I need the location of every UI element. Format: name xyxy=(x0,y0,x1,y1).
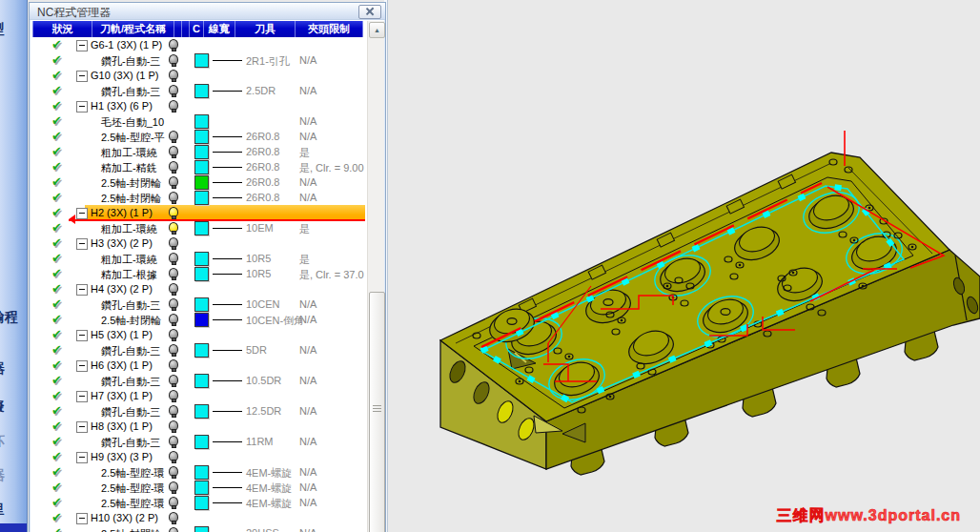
tree-row-operation[interactable]: ✔2.5軸-型腔-環4EM-螺旋N/A xyxy=(32,464,365,480)
visibility-bulb-icon[interactable] xyxy=(169,420,178,431)
visibility-bulb-icon[interactable] xyxy=(169,314,178,324)
visibility-bulb-icon[interactable] xyxy=(169,70,178,80)
tree-row-operation[interactable]: ✔2.5軸-封閉輪26R0.8N/A xyxy=(32,190,365,205)
toolpath-color-swatch[interactable] xyxy=(194,145,209,159)
collapse-toggle[interactable] xyxy=(76,391,88,402)
tree-row-group[interactable]: ✔H9 (3X) (3 P) xyxy=(32,449,365,464)
tree-row-group[interactable]: ✔H10 (3X) (2 P) xyxy=(32,510,365,525)
operation-name[interactable]: H8 (3X) (1 P) xyxy=(91,420,153,432)
collapse-toggle[interactable] xyxy=(76,101,88,113)
operation-name[interactable]: 粗加工-環繞 xyxy=(101,222,157,236)
visibility-bulb-icon[interactable] xyxy=(169,146,178,156)
toolpath-color-swatch[interactable] xyxy=(194,84,209,98)
visibility-bulb-icon[interactable] xyxy=(169,466,178,477)
tree-row-operation[interactable]: ✔鑽孔-自動-三11RMN/A xyxy=(32,434,365,449)
toolpath-color-swatch[interactable] xyxy=(194,481,209,495)
left-toolbar-item[interactable]: 型 xyxy=(0,21,5,38)
tree-row-operation[interactable]: ✔2.5軸-型腔-平26R0.8N/A xyxy=(32,129,365,144)
visibility-bulb-icon[interactable] xyxy=(169,207,178,217)
operation-name[interactable]: H5 (3X) (1 P) xyxy=(91,329,153,340)
tree-row-operation[interactable]: ✔鑽孔-自動-三2.5DRN/A xyxy=(32,83,365,98)
toolpath-color-swatch[interactable] xyxy=(194,252,209,266)
visibility-bulb-icon[interactable] xyxy=(169,222,178,233)
toolpath-color-swatch[interactable] xyxy=(194,313,209,327)
operation-name[interactable]: 2.5軸-封閉輪 xyxy=(101,192,161,206)
toolpath-color-swatch[interactable] xyxy=(194,267,209,281)
toolpath-color-swatch[interactable] xyxy=(194,53,209,68)
visibility-bulb-icon[interactable] xyxy=(169,390,178,400)
left-toolbar-item[interactable]: 器 xyxy=(0,360,5,378)
tree-row-group[interactable]: ✔H6 (3X) (1 P) xyxy=(32,358,365,373)
visibility-bulb-icon[interactable] xyxy=(169,283,178,294)
operation-name[interactable]: 2.5軸-封閉輪 xyxy=(101,314,161,328)
visibility-bulb-icon[interactable] xyxy=(169,100,178,111)
tree-row-operation[interactable]: ✔精加工-根據10R5是, Clr. = 37.0 xyxy=(32,266,365,281)
operation-name[interactable]: 精加工-精銑 xyxy=(101,161,157,175)
tree-row-group[interactable]: ✔G10 (3X) (1 P) xyxy=(32,68,365,83)
operation-name[interactable]: G6-1 (3X) (1 P) xyxy=(91,39,162,51)
visibility-bulb-icon[interactable] xyxy=(169,329,178,339)
toolpath-color-swatch[interactable] xyxy=(194,404,209,419)
toolpath-color-swatch[interactable] xyxy=(194,114,209,129)
operation-name[interactable]: 鑽孔-自動-三 xyxy=(101,436,160,450)
toolpath-color-swatch[interactable] xyxy=(194,374,209,388)
tree-row-group[interactable]: ✔H2 (3X) (1 P) xyxy=(32,205,365,220)
operation-name[interactable]: 2.5軸-型腔-環 xyxy=(101,481,165,496)
collapse-toggle[interactable] xyxy=(76,360,88,372)
toolpath-color-swatch[interactable] xyxy=(194,175,209,190)
collapse-toggle[interactable] xyxy=(76,330,88,341)
operation-name[interactable]: 2.5軸-封閉輪 xyxy=(101,176,161,191)
collapse-toggle[interactable] xyxy=(76,421,88,433)
operation-name[interactable]: H1 (3X) (6 P) xyxy=(91,100,153,112)
column-header[interactable]: 刀軌/程式名稱 xyxy=(92,21,174,37)
visibility-bulb-icon[interactable] xyxy=(169,131,178,141)
column-header[interactable]: C xyxy=(190,21,204,37)
tree-row-operation[interactable]: ✔2.5軸-型腔-環4EM-螺旋N/A xyxy=(32,495,365,510)
collapse-toggle[interactable] xyxy=(76,452,88,463)
tree-row-operation[interactable]: ✔鑽孔-自動-三10.5DRN/A xyxy=(32,373,365,388)
operation-name[interactable]: 鑽孔-自動-三 xyxy=(101,344,160,358)
tree-row-group[interactable]: ✔H4 (3X) (2 P) xyxy=(32,281,365,297)
visibility-bulb-icon[interactable] xyxy=(169,512,178,522)
operation-name[interactable]: G10 (3X) (1 P) xyxy=(91,70,159,81)
toolpath-color-swatch[interactable] xyxy=(194,496,209,510)
operation-name[interactable]: 鑽孔-自動-三 xyxy=(101,375,160,389)
visibility-bulb-icon[interactable] xyxy=(169,375,178,385)
tree-row-operation[interactable]: ✔精加工-精銑26R0.8是, Clr. = 9.00 xyxy=(32,159,365,174)
collapse-toggle[interactable] xyxy=(76,208,88,219)
visibility-bulb-icon[interactable] xyxy=(169,39,178,50)
toolpath-color-swatch[interactable] xyxy=(194,221,209,235)
visibility-bulb-icon[interactable] xyxy=(169,54,178,65)
toolpath-color-swatch[interactable] xyxy=(194,160,209,174)
visibility-bulb-icon[interactable] xyxy=(169,359,178,370)
visibility-bulb-icon[interactable] xyxy=(169,481,178,492)
collapse-toggle[interactable] xyxy=(76,284,88,296)
visibility-bulb-icon[interactable] xyxy=(169,253,178,263)
operation-name[interactable]: 粗加工-環繞 xyxy=(101,146,157,160)
left-toolbar-item[interactable]: 里 xyxy=(0,501,5,519)
left-toolbar-item[interactable]: 坏 xyxy=(0,433,5,450)
visibility-bulb-icon[interactable] xyxy=(169,237,178,248)
operation-name[interactable]: 2.5軸-型腔-平 xyxy=(101,131,165,145)
visibility-bulb-icon[interactable] xyxy=(169,344,178,355)
scrollbar-thumb[interactable] xyxy=(369,292,385,532)
left-toolbar[interactable]: 型輸程器擬坏器里 xyxy=(0,0,28,532)
tree-row-group[interactable]: ✔H7 (3X) (1 P) xyxy=(32,388,365,403)
operation-name[interactable]: H9 (3X) (3 P) xyxy=(91,451,153,462)
operation-name[interactable]: 鑽孔-自動-三 xyxy=(101,85,160,99)
operation-name[interactable]: 2.5軸-型腔-環 xyxy=(101,497,165,511)
visibility-bulb-icon[interactable] xyxy=(169,192,178,202)
operation-name[interactable]: 鑽孔-自動-三 xyxy=(101,405,160,419)
tree-row-operation[interactable]: ✔鑽孔-自動-三10CENN/A xyxy=(32,297,365,312)
visibility-bulb-icon[interactable] xyxy=(169,405,178,416)
tree-row-group[interactable]: ✔H5 (3X) (1 P) xyxy=(32,327,365,342)
tree-row-operation[interactable]: ✔粗加工-環繞10EM是 xyxy=(32,220,365,235)
operation-name[interactable]: 2.5軸-型腔-環 xyxy=(101,466,165,481)
collapse-toggle[interactable] xyxy=(76,513,88,524)
toolpath-color-swatch[interactable] xyxy=(194,130,209,144)
tree-row-operation[interactable]: ✔粗加工-環繞26R0.8是 xyxy=(32,144,365,159)
collapse-toggle[interactable] xyxy=(76,40,88,51)
column-header[interactable]: 夾頭限制 xyxy=(296,21,363,37)
operation-name[interactable]: H10 (3X) (2 P) xyxy=(91,512,158,523)
tree-row-operation[interactable]: ✔2.5軸-型腔-環4EM-螺旋N/A xyxy=(32,480,365,495)
